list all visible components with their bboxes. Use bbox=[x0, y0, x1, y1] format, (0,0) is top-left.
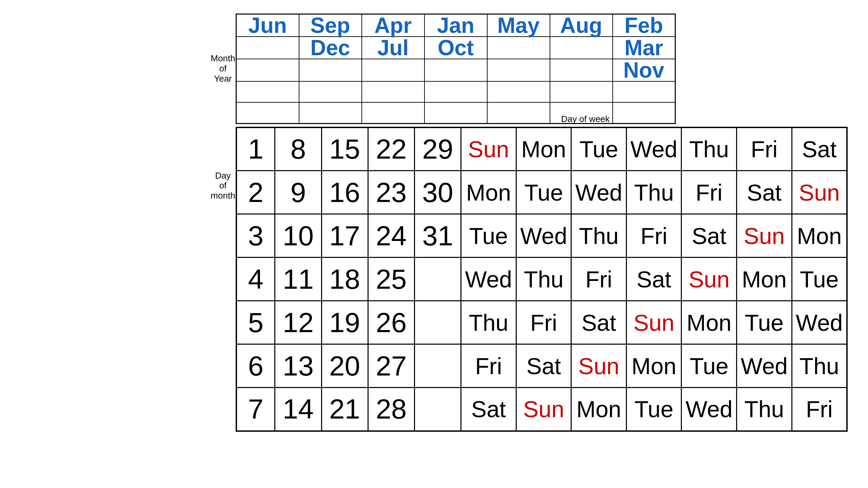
day-dow-r4-c1: Fri bbox=[516, 301, 571, 344]
day-dow-r4-c5: Tue bbox=[737, 301, 792, 344]
day-num-r0-c4: 29 bbox=[414, 127, 461, 171]
day-dow-r5-c5: Wed bbox=[737, 344, 792, 388]
calendar-table: 18152229SunMonTueWedThuFriSat29162330Mon… bbox=[236, 127, 848, 432]
day-num-r3-c2: 18 bbox=[321, 258, 368, 301]
day-num-r6-c4 bbox=[414, 388, 461, 431]
header-cell-r1-c0 bbox=[236, 37, 299, 59]
day-dow-r6-c5: Thu bbox=[737, 388, 792, 431]
day-num-r1-c1: 9 bbox=[275, 171, 321, 214]
day-num-r6-c3: 28 bbox=[368, 388, 414, 431]
day-of-month-label: Day of month bbox=[210, 127, 236, 201]
day-dow-r2-c4: Sat bbox=[682, 214, 737, 258]
header-cell-r4-c4 bbox=[487, 102, 550, 123]
day-dow-r3-c4: Sun bbox=[682, 258, 737, 301]
day-dow-r6-c1: Sun bbox=[516, 388, 571, 431]
header-cell-r3-c4 bbox=[487, 81, 550, 102]
day-num-r5-c1: 13 bbox=[275, 344, 321, 388]
day-num-r4-c2: 19 bbox=[321, 301, 368, 344]
day-dow-r2-c5: Sun bbox=[737, 214, 792, 258]
day-dow-r4-c0: Thu bbox=[461, 301, 516, 344]
header-cell-r2-c2 bbox=[362, 59, 425, 81]
day-num-r1-c3: 23 bbox=[368, 171, 414, 214]
day-num-r0-c1: 8 bbox=[275, 127, 321, 171]
day-dow-r0-c6: Sat bbox=[792, 127, 847, 171]
header-cell-r2-c0 bbox=[236, 59, 299, 81]
day-dow-r3-c2: Fri bbox=[571, 258, 627, 301]
day-dow-r4-c3: Sun bbox=[626, 301, 682, 344]
header-cell-r4-c6 bbox=[613, 102, 675, 123]
day-num-r0-c3: 22 bbox=[368, 127, 414, 171]
header-cell-r1-c5 bbox=[550, 37, 613, 59]
day-dow-r6-c2: Mon bbox=[571, 388, 627, 431]
day-dow-r5-c2: Sun bbox=[571, 344, 627, 388]
day-dow-r1-c3: Thu bbox=[626, 171, 682, 214]
day-dow-r3-c5: Mon bbox=[737, 258, 792, 301]
day-dow-r5-c3: Mon bbox=[626, 344, 682, 388]
day-num-r6-c0: 7 bbox=[236, 388, 275, 431]
header-cell-r2-c6: Nov bbox=[613, 59, 675, 81]
header-cell-r4-c2 bbox=[362, 102, 425, 123]
header-cell-r1-c3: Oct bbox=[425, 37, 487, 59]
day-dow-r1-c6: Sun bbox=[792, 171, 847, 214]
day-dow-r4-c4: Mon bbox=[682, 301, 737, 344]
left-panel bbox=[20, 14, 210, 27]
day-dow-r2-c1: Wed bbox=[516, 214, 571, 258]
day-dow-r6-c4: Wed bbox=[682, 388, 737, 431]
day-num-r2-c3: 24 bbox=[368, 214, 414, 258]
day-dow-r5-c4: Tue bbox=[682, 344, 737, 388]
day-dow-r1-c1: Tue bbox=[516, 171, 571, 214]
day-num-r3-c1: 11 bbox=[275, 258, 321, 301]
header-cell-r3-c6 bbox=[613, 81, 675, 102]
day-dow-r2-c0: Tue bbox=[461, 214, 516, 258]
day-dow-r6-c0: Sat bbox=[461, 388, 516, 431]
day-num-r2-c2: 17 bbox=[321, 214, 368, 258]
day-num-r5-c4 bbox=[414, 344, 461, 388]
header-cell-r2-c1 bbox=[299, 59, 362, 81]
header-cell-r0-c5: Aug bbox=[550, 14, 613, 37]
day-dow-r0-c2: Tue bbox=[571, 127, 627, 171]
day-dow-r6-c6: Fri bbox=[792, 388, 847, 431]
day-num-r4-c1: 12 bbox=[275, 301, 321, 344]
header-cell-r1-c6: Mar bbox=[613, 37, 675, 59]
header-cell-r0-c6: Feb bbox=[613, 14, 675, 37]
day-dow-r1-c0: Mon bbox=[461, 171, 516, 214]
header-cell-r0-c2: Apr bbox=[362, 14, 425, 37]
day-dow-r1-c4: Fri bbox=[682, 171, 737, 214]
day-dow-r5-c1: Sat bbox=[516, 344, 571, 388]
day-num-r1-c0: 2 bbox=[236, 171, 275, 214]
day-num-r1-c2: 16 bbox=[321, 171, 368, 214]
day-num-r6-c2: 21 bbox=[321, 388, 368, 431]
header-cell-r2-c5 bbox=[550, 59, 613, 81]
day-num-r2-c0: 3 bbox=[236, 214, 275, 258]
day-dow-r0-c4: Thu bbox=[682, 127, 737, 171]
calendar-table-wrapper: Day of week 18152229SunMonTueWedThuFriSa… bbox=[236, 127, 848, 432]
day-num-r5-c2: 20 bbox=[321, 344, 368, 388]
day-dow-r0-c0: Sun bbox=[461, 127, 516, 171]
day-of-week-label: Day of week bbox=[561, 114, 610, 124]
day-num-r0-c0: 1 bbox=[236, 127, 275, 171]
day-num-r2-c4: 31 bbox=[414, 214, 461, 258]
header-cell-r0-c4: May bbox=[487, 14, 550, 37]
day-num-r0-c2: 15 bbox=[321, 127, 368, 171]
day-dow-r4-c6: Wed bbox=[792, 301, 847, 344]
header-cell-r0-c3: Jan bbox=[425, 14, 487, 37]
header-cell-r3-c5 bbox=[550, 81, 613, 102]
day-num-r4-c0: 5 bbox=[236, 301, 275, 344]
day-dow-r6-c3: Tue bbox=[626, 388, 682, 431]
day-dow-r2-c3: Fri bbox=[626, 214, 682, 258]
day-num-r6-c1: 14 bbox=[275, 388, 321, 431]
header-cell-r2-c4 bbox=[487, 59, 550, 81]
header-cell-r0-c0: Jun bbox=[236, 14, 299, 37]
header-cell-r3-c2 bbox=[362, 81, 425, 102]
calendar-section: Day of month Day of week 18152229SunMonT… bbox=[210, 127, 848, 432]
day-dow-r0-c5: Fri bbox=[737, 127, 792, 171]
month-header-row: MonthofYear JunSepAprJanMayAugFebDecJulO… bbox=[210, 14, 848, 124]
full-layout: MonthofYear JunSepAprJanMayAugFebDecJulO… bbox=[20, 14, 848, 474]
day-dow-r3-c6: Tue bbox=[792, 258, 847, 301]
day-dow-r1-c2: Wed bbox=[571, 171, 627, 214]
header-cell-r3-c3 bbox=[425, 81, 487, 102]
day-num-r3-c4 bbox=[414, 258, 461, 301]
day-dow-r5-c6: Thu bbox=[792, 344, 847, 388]
header-cell-r0-c1: Sep bbox=[299, 14, 362, 37]
header-cell-r3-c0 bbox=[236, 81, 299, 102]
